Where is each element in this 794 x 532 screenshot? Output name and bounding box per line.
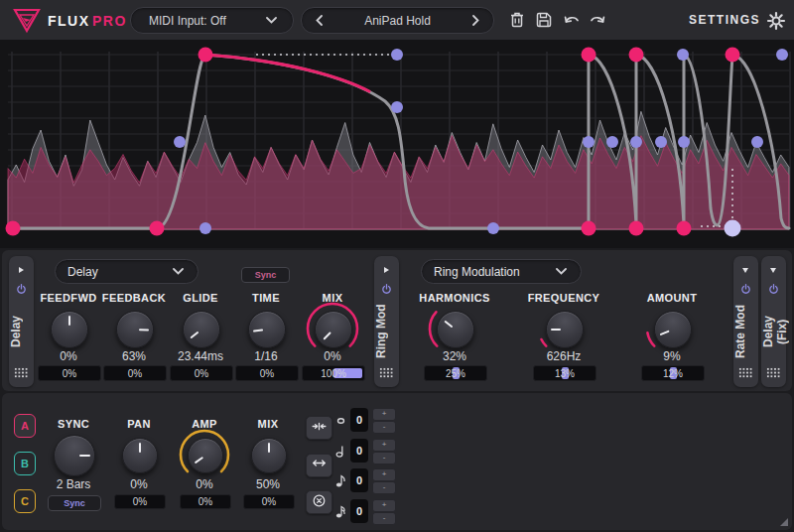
envelope-anchor-point[interactable] [198, 48, 213, 63]
envelope-anchor-point[interactable] [629, 221, 644, 236]
envelope-curve-active[interactable] [205, 55, 369, 91]
knob-mod-amount[interactable]: 100% [302, 365, 365, 381]
power-icon[interactable] [380, 282, 393, 295]
stepper-value[interactable]: 0 [350, 468, 368, 492]
knob-mod-amount[interactable]: 0% [235, 365, 299, 381]
stepper-value[interactable]: 0 [350, 499, 368, 523]
stepper-value[interactable]: 0 [350, 408, 368, 432]
envelope-handle-point[interactable] [583, 136, 595, 148]
envelope-anchor-point[interactable] [6, 221, 21, 236]
preset-selector[interactable]: AniPad Hold [301, 7, 494, 34]
stepper-increment-button[interactable]: + [372, 468, 396, 481]
expand-panel-icon[interactable] [15, 262, 28, 275]
next-preset-icon[interactable] [472, 15, 479, 26]
knob-mod-amount[interactable]: 0% [180, 494, 231, 509]
knob-dial[interactable] [248, 311, 286, 348]
power-icon[interactable] [767, 282, 780, 295]
envelope-handle-point[interactable] [751, 136, 763, 148]
fx-strip-delay-fix-[interactable]: Delay (Fix) [761, 256, 786, 387]
settings-button[interactable]: SETTINGS [689, 13, 760, 27]
collapse-horizontal-button[interactable] [306, 416, 332, 440]
envelope-anchor-point[interactable] [677, 221, 692, 236]
midi-input-dropdown[interactable]: MIDI Input: Off [130, 7, 294, 34]
slot-button-b[interactable]: B [14, 452, 36, 475]
resize-handle[interactable] [780, 518, 788, 526]
envelope-handle-point[interactable] [678, 136, 690, 148]
prev-preset-icon[interactable] [316, 15, 323, 26]
fx-strip-rate-mod[interactable]: Rate Mod [733, 256, 758, 387]
knob-mod-amount[interactable]: 0% [243, 494, 295, 509]
gear-icon[interactable] [766, 11, 786, 31]
slot-button-c[interactable]: C [14, 489, 36, 513]
knob-dial[interactable] [654, 311, 692, 348]
knob-pointer [139, 443, 142, 453]
envelope-handle-point[interactable] [677, 49, 689, 61]
knob-mod-amount[interactable]: 13% [533, 365, 596, 381]
mod-amount-text: 0% [128, 368, 142, 379]
envelope-playhead-point[interactable] [725, 220, 741, 237]
stepper-decrement-button[interactable]: - [372, 481, 396, 494]
knob-mod-amount[interactable]: 0% [114, 494, 166, 509]
drag-grid-icon[interactable] [766, 367, 780, 378]
envelope-handle-point[interactable] [630, 136, 642, 148]
envelope-handle-point[interactable] [174, 136, 186, 148]
envelope-handle-point[interactable] [487, 222, 499, 234]
knob-mod-amount[interactable]: 12% [641, 365, 705, 381]
stepper-increment-button[interactable]: + [372, 408, 396, 421]
collapse-panel-icon[interactable] [767, 262, 780, 275]
fx-strip-delay[interactable]: Delay [9, 256, 34, 387]
knob-dial[interactable] [183, 311, 220, 348]
stepper-increment-button[interactable]: + [372, 439, 396, 452]
knob-dial[interactable] [315, 311, 352, 348]
delay-type-dropdown[interactable]: Delay [55, 259, 198, 284]
stepper-increment-button[interactable]: + [372, 499, 396, 512]
drag-grid-icon[interactable] [14, 367, 28, 378]
knob-mod-amount[interactable]: 0% [103, 365, 167, 381]
knob-dial[interactable] [251, 438, 287, 473]
envelope-handle-point[interactable] [391, 49, 403, 61]
stepper-decrement-button[interactable]: - [372, 512, 396, 525]
knob-dial[interactable] [122, 438, 158, 473]
expand-panel-icon[interactable] [380, 262, 393, 275]
drag-grid-icon[interactable] [379, 367, 393, 378]
envelope-handle-point[interactable] [776, 49, 788, 61]
stepper-decrement-button[interactable]: - [372, 421, 396, 434]
knob-dial[interactable] [188, 438, 223, 473]
envelope-display[interactable] [0, 40, 794, 248]
knob-mod-amount[interactable]: 0% [170, 365, 233, 381]
redo-icon[interactable] [588, 10, 607, 30]
knob-mod-amount[interactable]: 0% [38, 365, 101, 381]
envelope-handle-point[interactable] [391, 101, 403, 113]
envelope-anchor-point[interactable] [629, 48, 644, 63]
envelope-handle-point[interactable] [606, 136, 618, 148]
knob-value: 9% [627, 349, 717, 363]
knob-dial[interactable] [51, 311, 88, 348]
power-icon[interactable] [739, 282, 752, 295]
ringmod-type-dropdown[interactable]: Ring Modulation [421, 259, 582, 284]
collapse-panel-icon[interactable] [739, 262, 752, 275]
envelope-handle-point[interactable] [655, 136, 667, 148]
trash-icon[interactable] [507, 10, 527, 30]
fx-strip-ring-mod[interactable]: Ring Mod [374, 256, 399, 387]
envelope-anchor-point[interactable] [150, 221, 165, 236]
stepper-value[interactable]: 0 [350, 439, 368, 463]
knob-dial[interactable] [54, 435, 95, 476]
sync-mode-toggle[interactable]: Sync [48, 495, 101, 511]
slot-button-a[interactable]: A [14, 414, 36, 438]
knob-mod-amount[interactable]: 25% [424, 365, 487, 381]
knob-pointer [195, 457, 203, 465]
undo-icon[interactable] [562, 10, 582, 30]
envelope-anchor-point[interactable] [582, 221, 596, 236]
knob-dial[interactable] [437, 311, 474, 348]
drag-grid-icon[interactable] [738, 367, 752, 378]
envelope-handle-point[interactable] [199, 222, 211, 234]
knob-dial[interactable] [546, 311, 584, 348]
stepper-decrement-button[interactable]: - [372, 452, 396, 465]
delay-sync-toggle[interactable]: Sync [241, 267, 290, 283]
envelope-anchor-point[interactable] [582, 48, 596, 63]
knob-dial[interactable] [116, 311, 154, 348]
save-icon[interactable] [534, 10, 554, 30]
expand-horizontal-button[interactable] [306, 454, 332, 477]
clear-circle-button[interactable] [306, 490, 332, 514]
envelope-anchor-point[interactable] [726, 48, 740, 63]
